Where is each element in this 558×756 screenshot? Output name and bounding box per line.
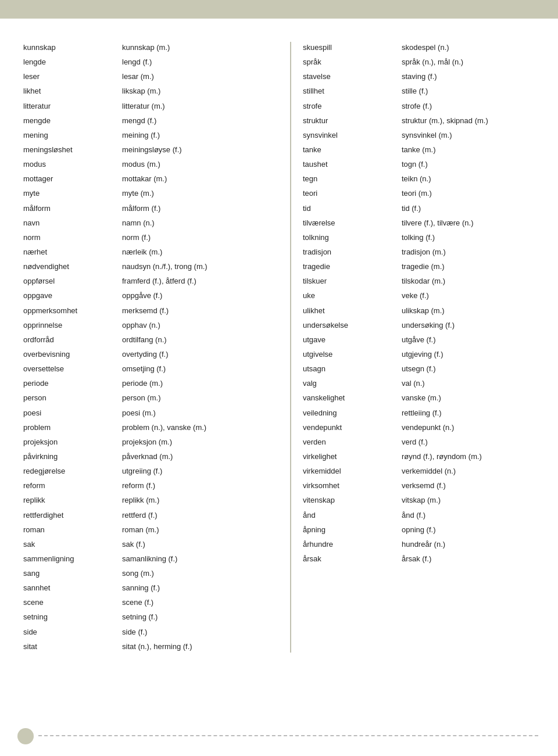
list-item: tolking (f.): [402, 232, 524, 243]
list-item: vendepunkt (n.): [402, 422, 524, 433]
translation: person (m.): [122, 392, 160, 404]
list-item: språk: [303, 56, 396, 68]
translation: scene (f.): [122, 597, 153, 608]
word: skuespill: [303, 42, 332, 53]
translation: utgåve (f.): [402, 334, 436, 346]
word: tegn: [303, 173, 317, 185]
list-item: problem: [23, 422, 116, 433]
list-item: struktur (m.), skipnad (m.): [402, 115, 524, 127]
list-item: sak (f.): [122, 539, 244, 550]
word: sak: [23, 539, 35, 550]
word: projeksjon: [23, 436, 58, 448]
list-item: stillhet: [303, 85, 396, 97]
list-item: struktur: [303, 115, 396, 127]
list-item: tradisjon (m.): [402, 246, 524, 258]
list-item: målform: [23, 203, 116, 214]
translation: ulikskap (m.): [402, 305, 445, 317]
list-item: tid: [303, 203, 396, 214]
list-item: ånd: [303, 510, 396, 521]
list-item: scene (f.): [122, 597, 244, 608]
word: undersøkelse: [303, 320, 348, 331]
list-item: norm (f.): [122, 232, 244, 243]
column-divider: [290, 42, 291, 653]
translation: likskap (m.): [122, 85, 160, 97]
word: ordforråd: [23, 334, 54, 346]
word: tilværelse: [303, 217, 335, 229]
list-item: reform (f.): [122, 480, 244, 492]
word: virkelighet: [303, 451, 337, 463]
translation: hundreår (n.): [402, 539, 445, 550]
translation: overtyding (f.): [122, 349, 168, 360]
word: sammenligning: [23, 553, 74, 565]
list-item: tilskuer: [303, 275, 396, 287]
list-item: teori: [303, 188, 396, 199]
word: verden: [303, 436, 326, 448]
list-item: undersøkelse: [303, 320, 396, 331]
word: nødvendighet: [23, 261, 69, 273]
word: rettferdighet: [23, 510, 63, 521]
word: tanke: [303, 144, 321, 156]
list-item: periode: [23, 378, 116, 389]
list-item: song (m.): [122, 568, 244, 579]
translation: vanske (m.): [402, 392, 441, 404]
list-item: samanlikning (f.): [122, 553, 244, 565]
list-item: tradisjon: [303, 246, 396, 258]
translation: opning (f.): [402, 524, 436, 536]
translation: strofe (f.): [402, 101, 432, 112]
list-item: modus: [23, 159, 116, 170]
word: periode: [23, 378, 48, 389]
page-dashes: [38, 735, 538, 736]
list-item: veke (f.): [402, 290, 524, 302]
list-item: århundre: [303, 539, 396, 550]
word: mottager: [23, 173, 53, 185]
word: lengde: [23, 56, 46, 68]
translation: norm (f.): [122, 232, 151, 243]
list-item: påverknad (m.): [122, 451, 244, 463]
list-item: hundreår (n.): [402, 539, 524, 550]
word: målform: [23, 203, 51, 214]
list-item: vanskelighet: [303, 392, 396, 404]
word: ånd: [303, 510, 316, 521]
list-item: røynd (f.), røyndom (m.): [402, 451, 524, 463]
list-item: vitskap (m.): [402, 495, 524, 506]
translation: verd (f.): [402, 436, 428, 448]
translation: vendepunkt (n.): [402, 422, 454, 433]
list-item: rettferd (f.): [122, 510, 244, 521]
list-item: ulikskap (m.): [402, 305, 524, 317]
list-item: tilskodar (m.): [402, 275, 524, 287]
list-item: veiledning: [303, 407, 396, 419]
translation: teikn (n.): [402, 173, 431, 185]
list-item: verkemiddel (n.): [402, 465, 524, 477]
list-item: oppgave: [23, 290, 116, 302]
list-item: tanke (m.): [402, 144, 524, 156]
translation: val (n.): [402, 378, 425, 389]
list-item: roman (m.): [122, 524, 244, 536]
word: virkemiddel: [303, 465, 341, 477]
word: veiledning: [303, 407, 337, 419]
list-item: poesi (m.): [122, 407, 244, 419]
list-item: roman: [23, 524, 116, 536]
translation: ånd (f.): [402, 510, 425, 521]
word: valg: [303, 378, 317, 389]
translation: song (m.): [122, 568, 154, 579]
list-item: modus (m.): [122, 159, 244, 170]
word: replikk: [23, 495, 45, 506]
word: likhet: [23, 85, 41, 97]
list-item: lengd (f.): [122, 56, 244, 68]
list-item: naudsyn (n./f.), trong (m.): [122, 261, 244, 273]
list-item: sang: [23, 568, 116, 579]
word: århundre: [303, 539, 333, 550]
word: virksomhet: [303, 480, 339, 492]
translation: samanlikning (f.): [122, 553, 177, 565]
translation: oppgåve (f.): [122, 290, 162, 302]
list-item: virkelighet: [303, 451, 396, 463]
translation: merksemd (f.): [122, 305, 169, 317]
translation: litteratur (m.): [122, 101, 165, 112]
translation: rettferd (f.): [122, 510, 158, 521]
list-item: overbevisning: [23, 349, 116, 360]
translation: sanning (f.): [122, 582, 160, 594]
word: tradisjon: [303, 246, 331, 258]
list-item: mengd (f.): [122, 115, 244, 127]
word: utgivelse: [303, 349, 332, 360]
list-item: åpning: [303, 524, 396, 536]
